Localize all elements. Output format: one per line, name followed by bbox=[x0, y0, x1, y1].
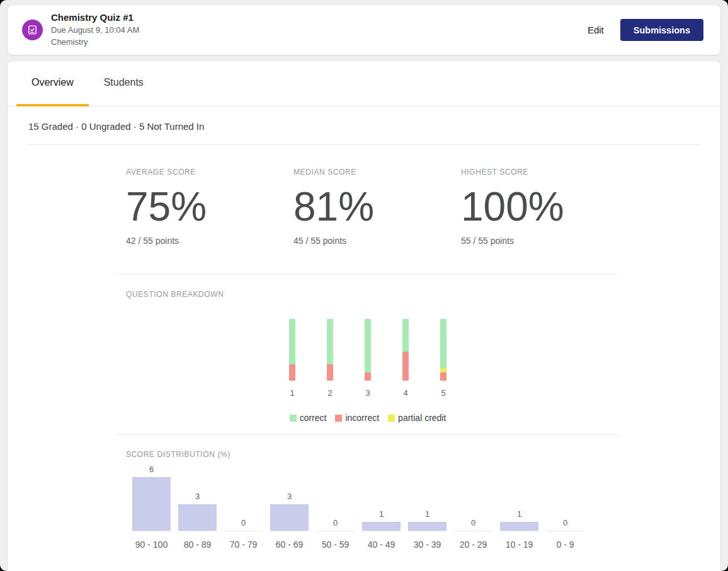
assignment-title: Chemistry Quiz #1 bbox=[51, 12, 139, 23]
bar-value-label: 0 bbox=[563, 518, 567, 528]
distribution-bar-70-79: 070 - 79 bbox=[224, 464, 263, 550]
stacked-bar bbox=[365, 319, 371, 381]
grading-summary: 15 Graded · 0 Ungraded · 5 Not Turned In bbox=[8, 107, 720, 144]
distribution-bar-90-100: 690 - 100 bbox=[132, 464, 171, 550]
question-number-label: 4 bbox=[403, 388, 407, 398]
question-number-label: 2 bbox=[327, 388, 332, 398]
question-number-label: 3 bbox=[365, 388, 370, 398]
bar-value-label: 6 bbox=[149, 464, 154, 474]
segment-correct bbox=[289, 319, 295, 364]
segment-incorrect bbox=[289, 364, 295, 381]
bar-value-label: 1 bbox=[379, 509, 384, 519]
question-breakdown-section: QUESTION BREAKDOWN 12345 correctincorrec… bbox=[117, 274, 619, 434]
stat-value: 81% bbox=[293, 187, 452, 227]
tab-overview[interactable]: Overview bbox=[16, 61, 89, 107]
stat-highest-score: HIGHEST SCORE 100% 55 / 55 points bbox=[452, 168, 619, 246]
bar-category-label: 40 - 49 bbox=[368, 539, 395, 550]
bar-area: 0 bbox=[546, 464, 584, 531]
stat-average-score: AVERAGE SCORE 75% 42 / 55 points bbox=[117, 168, 284, 246]
stat-value: 100% bbox=[461, 187, 619, 227]
segment-correct bbox=[365, 319, 371, 372]
bar-area: 1 bbox=[500, 464, 538, 531]
stacked-bar bbox=[289, 319, 295, 381]
segment-correct bbox=[327, 319, 333, 364]
bar-category-label: 90 - 100 bbox=[135, 539, 168, 550]
stacked-bar bbox=[402, 319, 409, 381]
distribution-bar-20-29: 020 - 29 bbox=[454, 464, 492, 550]
distribution-bar-50-59: 050 - 59 bbox=[316, 464, 355, 550]
stat-label: HIGHEST SCORE bbox=[461, 168, 619, 176]
legend-label: incorrect bbox=[345, 413, 379, 423]
question-number-label: 1 bbox=[290, 388, 294, 398]
bar-area: 0 bbox=[224, 464, 263, 531]
bar-value-label: 1 bbox=[425, 509, 429, 519]
bar-area: 3 bbox=[270, 464, 309, 531]
submissions-button[interactable]: Submissions bbox=[620, 19, 703, 41]
stat-points: 45 / 55 points bbox=[293, 236, 452, 246]
assignment-header: Chemistry Quiz #1 Due August 9, 10:04 AM… bbox=[8, 5, 720, 55]
question-bar-2: 2 bbox=[327, 319, 333, 398]
bar-value-label: 3 bbox=[287, 492, 292, 501]
tab-students[interactable]: Students bbox=[89, 61, 159, 107]
assignment-info: Chemistry Quiz #1 Due August 9, 10:04 AM… bbox=[22, 12, 139, 49]
bar-value-label: 0 bbox=[471, 518, 475, 528]
bar bbox=[362, 522, 401, 531]
question-bar-3: 3 bbox=[365, 319, 371, 398]
bar-area: 0 bbox=[454, 464, 492, 531]
stacked-bar bbox=[327, 319, 333, 381]
results-card: Overview Students 15 Graded · 0 Ungraded… bbox=[8, 61, 720, 571]
distribution-bar-30-39: 130 - 39 bbox=[408, 464, 446, 550]
bar-value-label: 1 bbox=[517, 509, 521, 519]
segment-correct bbox=[402, 319, 409, 352]
segment-incorrect bbox=[327, 364, 333, 381]
tab-bar: Overview Students bbox=[8, 61, 720, 107]
stat-label: AVERAGE SCORE bbox=[126, 168, 284, 176]
bar bbox=[178, 504, 217, 531]
score-distribution-title: SCORE DISTRIBUTION (%) bbox=[117, 450, 619, 459]
score-distribution-chart: 690 - 100380 - 89070 - 79360 - 69050 - 5… bbox=[117, 464, 619, 550]
bar-area: 6 bbox=[132, 464, 171, 531]
bar-value-label: 3 bbox=[195, 492, 200, 501]
question-breakdown-chart: 12345 bbox=[117, 319, 619, 398]
score-distribution-section: SCORE DISTRIBUTION (%) 690 - 100380 - 89… bbox=[117, 434, 619, 568]
stats-row: AVERAGE SCORE 75% 42 / 55 points MEDIAN … bbox=[117, 145, 619, 274]
legend-label: correct bbox=[300, 413, 327, 423]
bar bbox=[270, 504, 309, 531]
legend-swatch bbox=[335, 415, 342, 422]
assignment-check-icon bbox=[27, 25, 38, 35]
overview-content: AVERAGE SCORE 75% 42 / 55 points MEDIAN … bbox=[117, 145, 619, 568]
edit-button[interactable]: Edit bbox=[588, 25, 604, 35]
stat-label: MEDIAN SCORE bbox=[293, 168, 452, 176]
stat-value: 75% bbox=[126, 187, 284, 227]
bar-value-label: 0 bbox=[333, 518, 338, 528]
course-name: Chemistry bbox=[51, 37, 139, 49]
header-actions: Edit Submissions bbox=[588, 19, 703, 41]
distribution-bar-0-9: 00 - 9 bbox=[546, 464, 584, 550]
bar-category-label: 60 - 69 bbox=[276, 539, 304, 550]
question-bar-1: 1 bbox=[289, 319, 295, 398]
bar-value-label: 0 bbox=[241, 518, 246, 528]
bar-area: 3 bbox=[178, 464, 217, 531]
distribution-bar-40-49: 140 - 49 bbox=[362, 464, 401, 550]
bar-category-label: 70 - 79 bbox=[230, 539, 258, 550]
question-breakdown-title: QUESTION BREAKDOWN bbox=[117, 290, 619, 299]
bar-category-label: 10 - 19 bbox=[506, 539, 533, 550]
quiz-icon bbox=[22, 20, 43, 40]
stat-median-score: MEDIAN SCORE 81% 45 / 55 points bbox=[284, 168, 452, 246]
distribution-bar-10-19: 110 - 19 bbox=[500, 464, 538, 550]
bar-category-label: 80 - 89 bbox=[184, 539, 212, 550]
bar-area: 1 bbox=[362, 464, 401, 531]
segment-correct bbox=[440, 319, 446, 368]
bar bbox=[500, 522, 538, 531]
page: Chemistry Quiz #1 Due August 9, 10:04 AM… bbox=[0, 0, 728, 571]
bar-area: 0 bbox=[316, 464, 355, 531]
chart-legend: correctincorrectpartial credit bbox=[117, 413, 619, 423]
stacked-bar bbox=[440, 319, 446, 381]
bar bbox=[132, 477, 171, 531]
distribution-bar-80-89: 380 - 89 bbox=[178, 464, 217, 550]
due-date: Due August 9, 10:04 AM bbox=[51, 25, 139, 37]
segment-incorrect bbox=[365, 372, 371, 381]
legend-item-incorrect: incorrect bbox=[335, 413, 379, 423]
legend-swatch bbox=[290, 415, 297, 422]
bar-category-label: 0 - 9 bbox=[556, 539, 574, 550]
